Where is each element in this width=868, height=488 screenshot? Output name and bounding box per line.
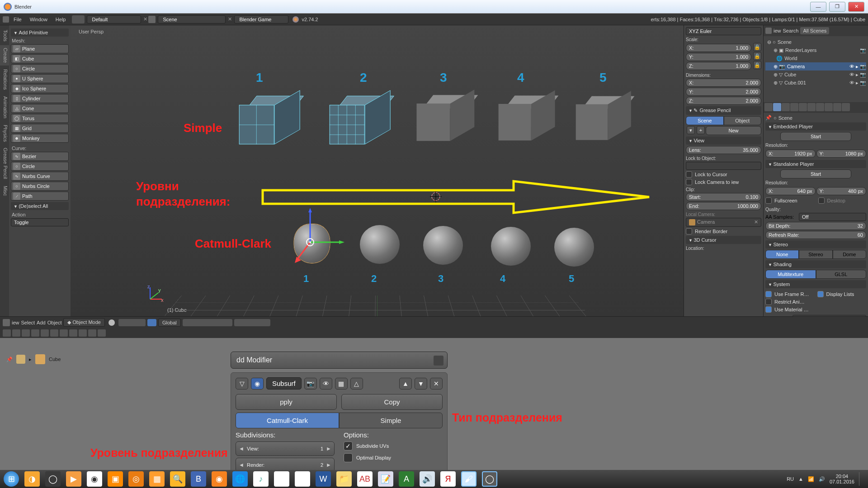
lock-icon[interactable]: 🔒 bbox=[753, 52, 761, 60]
clock-date[interactable]: 07.01.2016 bbox=[830, 479, 854, 484]
panel-view[interactable]: View bbox=[686, 136, 761, 145]
nb-icon[interactable] bbox=[3, 329, 11, 337]
vh-add[interactable]: Add bbox=[37, 320, 46, 325]
music-icon[interactable]: ♪ bbox=[253, 471, 269, 487]
panel-grease[interactable]: ✎Grease Pencil bbox=[686, 106, 761, 115]
outliner-search-menu[interactable]: Search bbox=[783, 28, 799, 33]
type-simple[interactable]: Simple bbox=[339, 413, 443, 428]
tray-network-icon[interactable]: 📶 bbox=[808, 476, 814, 482]
scale-y[interactable]: Y:1.000 bbox=[686, 53, 751, 61]
vtab-relations[interactable]: Relations bbox=[0, 66, 9, 93]
useframe-check[interactable] bbox=[765, 291, 772, 297]
panel-embedded[interactable]: Embedded Player bbox=[765, 122, 866, 131]
dim-z[interactable]: Z:2.000 bbox=[686, 97, 761, 105]
add-torus[interactable]: ◯Torus bbox=[11, 114, 69, 123]
start-button[interactable]: ⊞ bbox=[4, 471, 19, 487]
move-up-icon[interactable]: ▲ bbox=[399, 378, 412, 389]
delete-modifier-icon[interactable]: ✕ bbox=[430, 378, 443, 389]
minimize-button[interactable]: — bbox=[810, 2, 826, 12]
gp-scene[interactable]: Scene bbox=[686, 116, 724, 125]
3d-viewport[interactable]: User Persp document.write(Array.from({le… bbox=[71, 25, 684, 316]
engine-dropdown[interactable]: Blender Game bbox=[234, 15, 288, 23]
add-path[interactable]: ⟋Path bbox=[11, 192, 69, 201]
bitdepth[interactable]: Bit Depth:32 bbox=[765, 222, 866, 230]
apply-button[interactable]: pply bbox=[236, 394, 337, 410]
menu-help[interactable]: Help bbox=[52, 16, 70, 23]
tab-constraints-icon[interactable] bbox=[799, 103, 807, 111]
layout-dropdown[interactable]: Default bbox=[87, 15, 141, 23]
refresh[interactable]: Refresh Rate:60 bbox=[765, 231, 866, 239]
close-button[interactable]: ✕ bbox=[848, 2, 864, 12]
sound-icon[interactable]: 🔊 bbox=[420, 471, 435, 487]
add-cylinder[interactable]: ▯Cylinder bbox=[11, 94, 69, 103]
panel-add-primitive[interactable]: Add Primitive bbox=[11, 28, 69, 37]
layers-widget[interactable] bbox=[183, 319, 232, 326]
usemat-check[interactable] bbox=[765, 306, 772, 313]
tab-world-icon[interactable] bbox=[782, 103, 790, 111]
stereo-none[interactable]: None bbox=[765, 250, 799, 259]
scene-dropdown[interactable]: Scene bbox=[158, 15, 226, 23]
show-desktop[interactable] bbox=[859, 472, 864, 486]
lang-indicator[interactable]: RU bbox=[787, 476, 794, 482]
app-icon[interactable] bbox=[274, 471, 289, 487]
subdiv-view[interactable]: View:1 bbox=[236, 441, 335, 456]
tab-physics-icon[interactable] bbox=[842, 103, 850, 111]
fullscreen-check[interactable] bbox=[765, 197, 772, 204]
orient-dropdown[interactable]: Global bbox=[158, 319, 181, 327]
restrict-check[interactable] bbox=[765, 299, 772, 305]
clip-start[interactable]: Start:0.100 bbox=[686, 193, 761, 201]
yandex-icon[interactable]: Я bbox=[440, 471, 456, 487]
menu-file[interactable]: File bbox=[10, 16, 25, 23]
show-render-icon[interactable]: 📷 bbox=[304, 378, 317, 389]
desktop-check[interactable] bbox=[818, 197, 825, 204]
snap-icons[interactable] bbox=[234, 319, 270, 326]
blender-task-icon[interactable]: ◯ bbox=[482, 471, 497, 487]
scale-z[interactable]: Z:1.000 bbox=[686, 62, 751, 70]
outliner-type-icon[interactable] bbox=[765, 28, 772, 34]
app-icon[interactable]: ◎ bbox=[128, 471, 144, 487]
res2-y[interactable]: Y:480 px bbox=[816, 187, 867, 195]
show-editmode-icon[interactable]: ▦ bbox=[335, 378, 348, 389]
lock-icon[interactable]: 🔒 bbox=[753, 43, 761, 51]
vtab-physics[interactable]: Physics bbox=[0, 122, 9, 145]
blender-task-icon[interactable]: ◯ bbox=[45, 471, 61, 487]
add-cube[interactable]: ◧Cube bbox=[11, 54, 69, 63]
add-monkey[interactable]: ☻Monkey bbox=[11, 134, 69, 143]
vtab-grease[interactable]: Grease Pencil bbox=[0, 145, 9, 182]
type-catmull[interactable]: Catmull-Clark bbox=[236, 413, 339, 428]
outliner-view-menu[interactable]: iew bbox=[774, 28, 781, 33]
vk-icon[interactable]: B bbox=[191, 471, 206, 487]
tab-texture-icon[interactable] bbox=[833, 103, 841, 111]
tab-scene-icon[interactable] bbox=[773, 103, 781, 111]
panel-deselect[interactable]: (De)select All bbox=[11, 202, 69, 210]
app-icon[interactable]: ▶ bbox=[66, 471, 81, 487]
collapse-icon[interactable]: ▽ bbox=[236, 378, 248, 389]
lock-camera-check[interactable] bbox=[686, 179, 692, 185]
pin-icon[interactable]: 📌 bbox=[765, 115, 772, 121]
panel-3dcursor[interactable]: 3D Cursor bbox=[686, 236, 761, 244]
vtab-tools[interactable]: Tools bbox=[0, 27, 9, 44]
gp-menu-icon[interactable]: ▾ bbox=[687, 126, 695, 134]
tray-flag-icon[interactable]: ▲ bbox=[798, 476, 803, 482]
modifier-name[interactable]: Subsurf bbox=[266, 377, 302, 389]
pin-icon[interactable]: 📌 bbox=[6, 357, 13, 362]
pivot-icon[interactable] bbox=[118, 319, 146, 326]
app-icon[interactable] bbox=[295, 471, 310, 487]
tab-material-icon[interactable] bbox=[825, 103, 833, 111]
panel-system[interactable]: System bbox=[765, 280, 866, 288]
tab-modifiers-icon[interactable] bbox=[807, 103, 816, 111]
subdivide-uvs-check[interactable] bbox=[344, 441, 353, 450]
clip-end[interactable]: End:1000.000 bbox=[686, 202, 761, 210]
view-type-icon[interactable] bbox=[3, 319, 10, 326]
lock-cursor-check[interactable] bbox=[686, 171, 692, 178]
vh-object[interactable]: Object bbox=[47, 320, 62, 325]
stereo-dome[interactable]: Dome bbox=[833, 250, 866, 259]
vtab-misc[interactable]: Misc bbox=[0, 183, 9, 199]
tab-object-icon[interactable] bbox=[790, 103, 798, 111]
add-uvsphere[interactable]: ●U Sphere bbox=[11, 74, 69, 83]
dim-x[interactable]: X:2.000 bbox=[686, 79, 761, 87]
clock-time[interactable]: 20:04 bbox=[830, 474, 854, 479]
add-nurbs-circle[interactable]: ○Nurbs Circle bbox=[11, 182, 69, 191]
show-cage-icon[interactable]: △ bbox=[350, 378, 363, 389]
dim-y[interactable]: Y:2.000 bbox=[686, 88, 761, 96]
